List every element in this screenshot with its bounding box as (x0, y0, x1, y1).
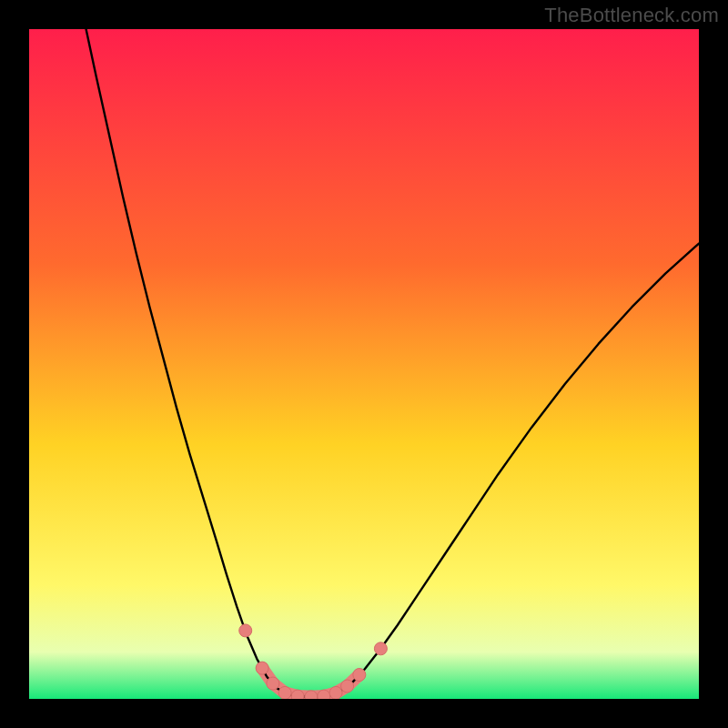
highlight-dot (353, 669, 366, 682)
highlight-dot (374, 642, 387, 655)
highlight-dot (329, 686, 342, 699)
highlight-dot (291, 690, 304, 699)
plot-svg (29, 29, 699, 699)
highlight-dot (305, 691, 318, 699)
highlight-dot (256, 662, 268, 674)
watermark-text: TheBottleneck.com (544, 4, 719, 27)
chart-frame: TheBottleneck.com (0, 0, 728, 728)
highlight-dot (341, 680, 354, 693)
gradient-background (29, 29, 699, 699)
highlight-dot (267, 677, 279, 690)
highlight-dot (318, 690, 330, 699)
plot-area (29, 29, 699, 699)
highlight-dot (239, 624, 252, 637)
highlight-dot (278, 686, 291, 699)
